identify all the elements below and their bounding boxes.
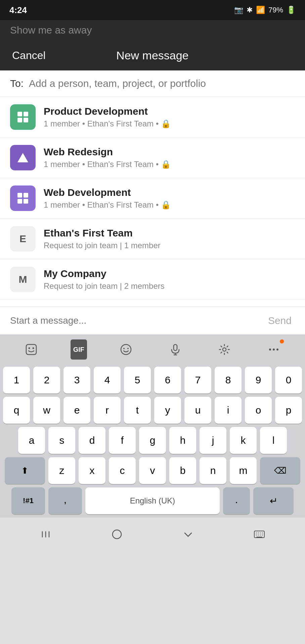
notification-dot (280, 339, 284, 343)
key-l[interactable]: l (260, 427, 287, 454)
web-development-text: Web Development 1 member • Ethan's First… (44, 187, 295, 210)
svg-rect-8 (24, 199, 28, 204)
back-button[interactable] (34, 523, 57, 546)
modal-header: Cancel New message (0, 40, 305, 70)
compose-area: Send (0, 307, 305, 334)
home-button[interactable] (105, 523, 129, 546)
navigation-bar (0, 521, 305, 548)
recent-icon (182, 528, 194, 540)
home-icon (111, 528, 123, 540)
my-company-sub: Request to join team | 2 members (44, 281, 295, 291)
key-comma[interactable]: , (48, 487, 82, 514)
mic-button[interactable] (165, 339, 185, 360)
key-3[interactable]: 3 (63, 367, 90, 393)
svg-point-21 (276, 348, 278, 351)
key-shift[interactable]: ⬆ (5, 457, 45, 484)
key-0[interactable]: 0 (275, 367, 302, 393)
key-g[interactable]: g (139, 427, 166, 454)
svg-point-12 (121, 344, 131, 355)
key-symbols[interactable]: !#1 (11, 487, 45, 514)
svg-rect-1 (24, 112, 28, 116)
key-j[interactable]: j (200, 427, 226, 454)
keyboard-row-special: !#1 , English (UK) . ↵ (2, 487, 303, 518)
triangle-icon (15, 150, 30, 165)
key-u[interactable]: u (184, 397, 211, 424)
modal-body: To: Product Development 1 member • Ethan… (0, 70, 305, 334)
key-period[interactable]: . (223, 487, 250, 514)
key-b[interactable]: b (169, 457, 196, 484)
send-button[interactable]: Send (265, 315, 295, 326)
recent-button[interactable] (176, 523, 200, 546)
key-4[interactable]: 4 (94, 367, 121, 393)
ethans-first-team-sub: Request to join team | 1 member (44, 241, 295, 250)
list-item-web-development[interactable]: Web Development 1 member • Ethan's First… (0, 178, 305, 219)
product-development-sub: 1 member • Ethan's First Team • 🔒 (44, 119, 295, 128)
message-input[interactable] (10, 315, 265, 326)
web-redesign-sub: 1 member • Ethan's First Team • 🔒 (44, 160, 295, 169)
list-item-ethans-first-team[interactable]: E Ethan's First Team Request to join tea… (0, 219, 305, 259)
key-1[interactable]: 1 (3, 367, 30, 393)
battery-icon: 🔋 (287, 6, 296, 14)
key-n[interactable]: n (200, 457, 226, 484)
key-9[interactable]: 9 (245, 367, 272, 393)
key-6[interactable]: 6 (154, 367, 181, 393)
key-i[interactable]: i (215, 397, 242, 424)
web-development-name: Web Development (44, 187, 295, 198)
svg-rect-0 (17, 112, 22, 116)
key-k[interactable]: k (230, 427, 257, 454)
settings-button[interactable] (214, 339, 234, 360)
key-f[interactable]: f (109, 427, 136, 454)
list-item-product-development[interactable]: Product Development 1 member • Ethan's F… (0, 97, 305, 138)
key-q[interactable]: q (3, 397, 30, 424)
svg-point-10 (29, 347, 30, 349)
svg-point-19 (269, 348, 271, 351)
key-space[interactable]: English (UK) (85, 487, 220, 514)
key-h[interactable]: h (169, 427, 196, 454)
key-x[interactable]: x (79, 457, 105, 484)
list-item-web-redesign[interactable]: Web Redesign 1 member • Ethan's First Te… (0, 138, 305, 178)
to-label: To: (10, 78, 24, 89)
cancel-button[interactable]: Cancel (12, 49, 46, 62)
grid-icon-2 (15, 191, 30, 206)
svg-point-14 (127, 348, 129, 349)
emoji-button[interactable] (116, 339, 136, 360)
key-enter[interactable]: ↵ (253, 487, 294, 514)
key-m[interactable]: m (230, 457, 257, 484)
key-r[interactable]: r (94, 397, 121, 424)
key-8[interactable]: 8 (215, 367, 242, 393)
key-y[interactable]: y (154, 397, 181, 424)
key-d[interactable]: d (79, 427, 105, 454)
web-redesign-icon (10, 145, 36, 170)
ethans-first-team-text: Ethan's First Team Request to join team … (44, 227, 295, 250)
keyboard-row-qwerty: q w e r t y u i o p (2, 397, 303, 424)
key-e[interactable]: e (63, 397, 90, 424)
key-o[interactable]: o (245, 397, 272, 424)
web-redesign-name: Web Redesign (44, 146, 295, 158)
key-7[interactable]: 7 (184, 367, 211, 393)
key-backspace[interactable]: ⌫ (260, 457, 300, 484)
sticker-button[interactable] (21, 339, 41, 360)
list-item-my-company[interactable]: M My Company Request to join team | 2 me… (0, 259, 305, 300)
ethans-first-team-name: Ethan's First Team (44, 227, 295, 239)
key-t[interactable]: t (124, 397, 151, 424)
gif-button[interactable]: GIF (71, 339, 87, 360)
to-input[interactable] (29, 78, 295, 89)
key-v[interactable]: v (139, 457, 166, 484)
key-c[interactable]: c (109, 457, 136, 484)
product-development-icon (10, 104, 36, 130)
web-redesign-text: Web Redesign 1 member • Ethan's First Te… (44, 146, 295, 169)
key-w[interactable]: w (33, 397, 60, 424)
my-company-icon: M (10, 267, 36, 292)
key-s[interactable]: s (48, 427, 75, 454)
web-development-sub: 1 member • Ethan's First Team • 🔒 (44, 200, 295, 210)
keyboard-row-numbers: 1 2 3 4 5 6 7 8 9 0 (2, 367, 303, 393)
key-z[interactable]: z (48, 457, 75, 484)
key-5[interactable]: 5 (124, 367, 151, 393)
key-a[interactable]: a (18, 427, 45, 454)
modal-title: New message (116, 49, 188, 62)
my-company-name: My Company (44, 268, 295, 279)
key-2[interactable]: 2 (33, 367, 60, 393)
more-button[interactable] (264, 339, 284, 360)
keyboard-nav-button[interactable] (248, 523, 271, 546)
key-p[interactable]: p (275, 397, 302, 424)
